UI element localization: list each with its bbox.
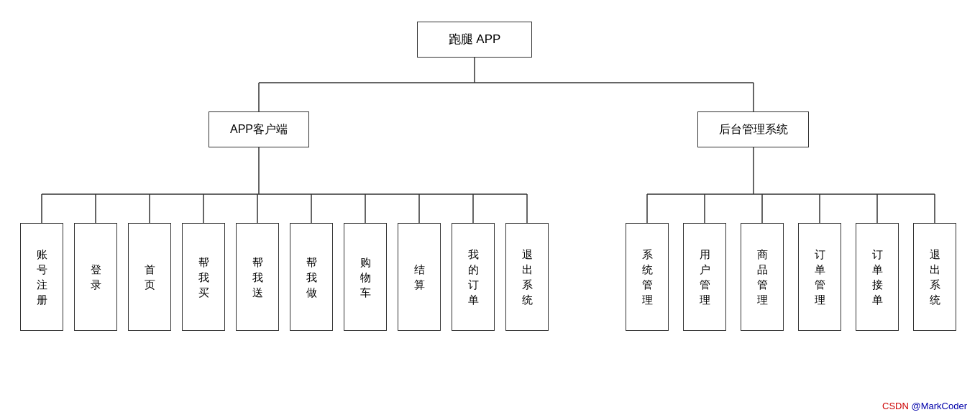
node-c2: 登 录: [74, 223, 117, 331]
node-c10: 退 出 系 统: [505, 223, 549, 331]
node-a6: 退 出 系 统: [913, 223, 956, 331]
node-root: 跑腿 APP: [417, 22, 532, 58]
node-a3: 商 品 管 理: [741, 223, 784, 331]
node-a5: 订 单 接 单: [856, 223, 899, 331]
node-c8: 结 算: [398, 223, 441, 331]
node-c3: 首 页: [128, 223, 171, 331]
node-a1: 系 统 管 理: [626, 223, 669, 331]
watermark: CSDN @MarkCoder: [882, 401, 967, 411]
node-admin: 后台管理系统: [697, 111, 809, 147]
node-c1: 账 号 注 册: [20, 223, 63, 331]
node-c6: 帮 我 做: [290, 223, 333, 331]
watermark-csdn: CSDN: [882, 401, 909, 411]
diagram: 跑腿 APP APP客户端 后台管理系统 账 号 注 册 登 录 首 页 帮 我…: [0, 0, 980, 420]
watermark-author: @MarkCoder: [912, 401, 968, 411]
node-a4: 订 单 管 理: [798, 223, 841, 331]
connectors-svg: [0, 0, 980, 420]
node-client: APP客户端: [209, 111, 309, 147]
node-c4: 帮 我 买: [182, 223, 225, 331]
node-a2: 用 户 管 理: [683, 223, 726, 331]
node-c5: 帮 我 送: [236, 223, 279, 331]
node-c7: 购 物 车: [344, 223, 387, 331]
node-c9: 我 的 订 单: [452, 223, 495, 331]
